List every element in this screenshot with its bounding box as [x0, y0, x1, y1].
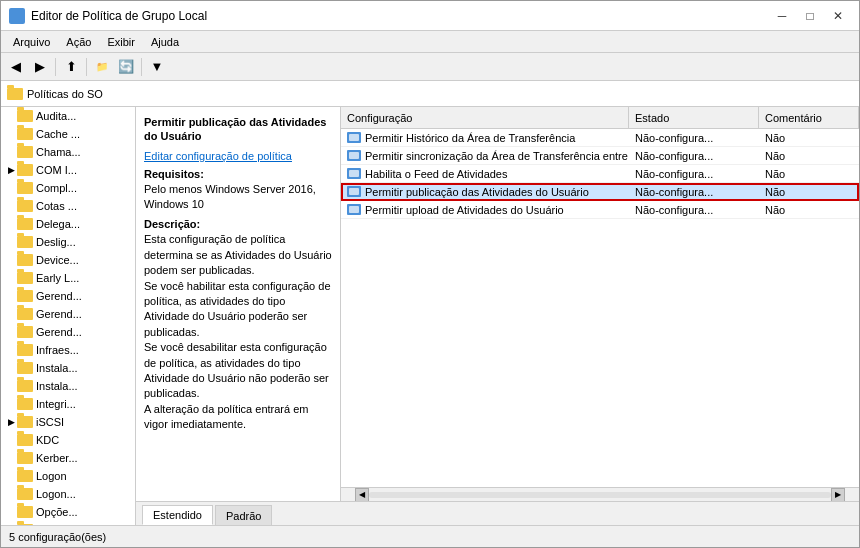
- breadcrumb: Políticas do SO: [27, 88, 103, 100]
- column-header-config[interactable]: Configuração: [341, 107, 629, 128]
- list-item-selected[interactable]: Permitir publicação das Atividades do Us…: [341, 183, 859, 201]
- list-item[interactable]: Permitir upload de Atividades do Usuário…: [341, 201, 859, 219]
- scroll-left-button[interactable]: ◀: [355, 488, 369, 502]
- tree-item-kerber[interactable]: Kerber...: [1, 449, 135, 467]
- folder-icon: [17, 362, 33, 374]
- maximize-button[interactable]: □: [797, 6, 823, 26]
- list-item[interactable]: Permitir sincronização da Área de Transf…: [341, 147, 859, 165]
- folder-icon: [17, 308, 33, 320]
- tree-item-earlyl[interactable]: Early L...: [1, 269, 135, 287]
- title-bar: Editor de Política de Grupo Local ─ □ ✕: [1, 1, 859, 31]
- chevron-icon: [5, 236, 17, 248]
- tree-item-kdc[interactable]: KDC: [1, 431, 135, 449]
- tree-item-gerend2[interactable]: Gerend...: [1, 305, 135, 323]
- folder-icon: [17, 380, 33, 392]
- cell-state: Não-configura...: [629, 165, 759, 182]
- scroll-track[interactable]: [369, 492, 831, 498]
- tree-item-deslig[interactable]: Deslig...: [1, 233, 135, 251]
- tree-item-label: Instala...: [36, 380, 78, 392]
- forward-button[interactable]: ▶: [29, 56, 51, 78]
- breadcrumb-folder-icon: [7, 88, 23, 100]
- filter-button[interactable]: ▼: [146, 56, 168, 78]
- tree-item-com[interactable]: ▶ COM I...: [1, 161, 135, 179]
- cell-comment: Não: [759, 165, 859, 182]
- row-icon: [347, 204, 361, 215]
- list-body: Permitir Histórico da Área de Transferên…: [341, 129, 859, 487]
- tab-estendido[interactable]: Estendido: [142, 505, 213, 525]
- menu-acao[interactable]: Ação: [58, 34, 99, 50]
- folder-icon: [17, 236, 33, 248]
- folder-icon: [17, 416, 33, 428]
- toolbar: ◀ ▶ ⬆ 📁 🔄 ▼: [1, 53, 859, 81]
- list-item[interactable]: Habilita o Feed de Atividades Não-config…: [341, 165, 859, 183]
- tree-item-cotas[interactable]: Cotas ...: [1, 197, 135, 215]
- description-title: Permitir publicação das Atividades do Us…: [144, 115, 332, 144]
- requirements-label: Requisitos:: [144, 168, 332, 180]
- folder-icon: [17, 470, 33, 482]
- chevron-icon: [5, 362, 17, 374]
- column-header-state[interactable]: Estado: [629, 107, 759, 128]
- folder-icon: [17, 506, 33, 518]
- minimize-button[interactable]: ─: [769, 6, 795, 26]
- tree-item-label: Audita...: [36, 110, 76, 122]
- folder-icon: [17, 272, 33, 284]
- chevron-icon: [5, 254, 17, 266]
- tree-item-iscsi[interactable]: ▶ iSCSI: [1, 413, 135, 431]
- folder-icon: [17, 182, 33, 194]
- description-label: Descrição:: [144, 218, 332, 230]
- folder-icon: [17, 290, 33, 302]
- menu-bar: Arquivo Ação Exibir Ajuda: [1, 31, 859, 53]
- tree-item-label: Early L...: [36, 272, 79, 284]
- tree-item-compl[interactable]: Compl...: [1, 179, 135, 197]
- tree-item-label: Cache ...: [36, 128, 80, 140]
- column-header-comment[interactable]: Comentário: [759, 107, 859, 128]
- chevron-icon: [5, 128, 17, 140]
- show-tree-button[interactable]: 📁: [91, 56, 113, 78]
- tree-item-cache[interactable]: Cache ...: [1, 125, 135, 143]
- tree-item-logon2[interactable]: Logon...: [1, 485, 135, 503]
- row-icon: [347, 168, 361, 179]
- tree-item-audita[interactable]: Audita...: [1, 107, 135, 125]
- edit-policy-link[interactable]: Editar configuração de política: [144, 150, 292, 162]
- folder-icon: [17, 164, 33, 176]
- tree-item-instala1[interactable]: Instala...: [1, 359, 135, 377]
- close-button[interactable]: ✕: [825, 6, 851, 26]
- tree-item-instala2[interactable]: Instala...: [1, 377, 135, 395]
- app-icon: [9, 8, 25, 24]
- right-panel: Permitir publicação das Atividades do Us…: [136, 107, 859, 525]
- tree-item-logon1[interactable]: Logon: [1, 467, 135, 485]
- breadcrumb-bar: Políticas do SO: [1, 81, 859, 107]
- chevron-icon: [5, 506, 17, 518]
- menu-arquivo[interactable]: Arquivo: [5, 34, 58, 50]
- folder-icon: [17, 488, 33, 500]
- toolbar-separator-2: [86, 58, 87, 76]
- chevron-icon: [5, 470, 17, 482]
- scroll-right-button[interactable]: ▶: [831, 488, 845, 502]
- up-button[interactable]: ⬆: [60, 56, 82, 78]
- tree-item-infraes[interactable]: Infraes...: [1, 341, 135, 359]
- tree-item-integri[interactable]: Integri...: [1, 395, 135, 413]
- status-text: 5 configuração(ões): [9, 531, 106, 543]
- tree-item-opcoes1[interactable]: Opçõe...: [1, 503, 135, 521]
- list-item[interactable]: Permitir Histórico da Área de Transferên…: [341, 129, 859, 147]
- cell-state: Não-configura...: [629, 201, 759, 218]
- tree-item-gerend3[interactable]: Gerend...: [1, 323, 135, 341]
- tree-item-device[interactable]: Device...: [1, 251, 135, 269]
- menu-ajuda[interactable]: Ajuda: [143, 34, 187, 50]
- tree-item-gerend1[interactable]: Gerend...: [1, 287, 135, 305]
- folder-icon: [17, 200, 33, 212]
- tree-item-delega[interactable]: Delega...: [1, 215, 135, 233]
- chevron-icon: [5, 200, 17, 212]
- tree-item-label: Kerber...: [36, 452, 78, 464]
- tree-item-chama[interactable]: Chama...: [1, 143, 135, 161]
- tree-item-label: Delega...: [36, 218, 80, 230]
- requirements-section: Requisitos: Pelo menos Windows Server 20…: [144, 168, 332, 213]
- folder-icon: [17, 524, 33, 525]
- back-button[interactable]: ◀: [5, 56, 27, 78]
- tab-padrao[interactable]: Padrão: [215, 505, 272, 525]
- menu-exibir[interactable]: Exibir: [99, 34, 143, 50]
- refresh-button[interactable]: 🔄: [115, 56, 137, 78]
- chevron-icon: [5, 434, 17, 446]
- horizontal-scrollbar[interactable]: ◀ ▶: [341, 487, 859, 501]
- chevron-icon: [5, 326, 17, 338]
